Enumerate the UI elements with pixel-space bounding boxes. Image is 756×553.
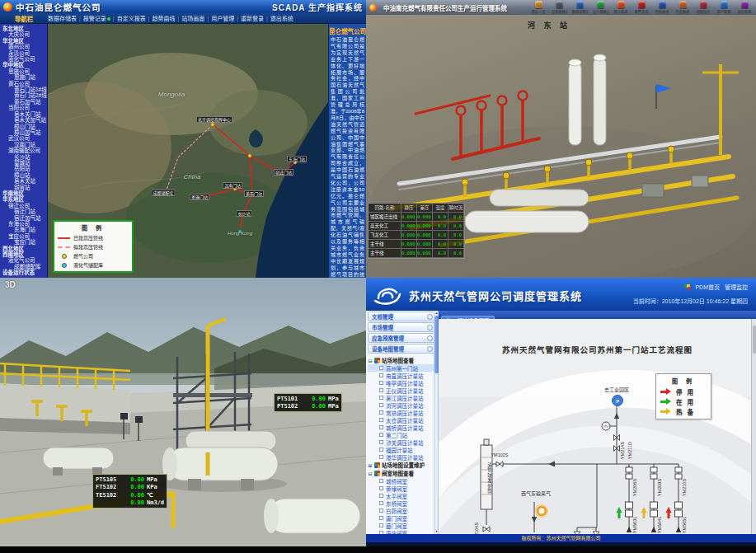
menu-item[interactable]: 报警记录	[83, 14, 110, 22]
toolbar-label: 设备参数设置	[552, 9, 568, 14]
accordion-header[interactable]: 市场管理	[368, 322, 436, 332]
tree-node[interactable]: 皂木关加气站	[0, 117, 47, 123]
tree-node[interactable]: 当阳公司	[0, 105, 47, 110]
table-row[interactable]: 城区搬迁出线0.0000.0000.00.0	[369, 213, 464, 222]
toolbar-button[interactable]: 历史数据	[674, 1, 693, 14]
tree-node[interactable]: 皂木关站	[0, 178, 47, 184]
checkbox[interactable]	[379, 410, 383, 415]
tree-node[interactable]: 恩施门站	[0, 74, 47, 80]
menu-item[interactable]: 退出系统	[270, 14, 293, 22]
menu-item[interactable]: 用户管理	[211, 14, 234, 22]
monitor-link[interactable]: 管理监控	[725, 283, 748, 291]
video-monitor-icon	[700, 1, 707, 8]
expander-icon[interactable]: ⊟	[368, 471, 373, 476]
toolbar-button[interactable]: 场站一览	[529, 1, 548, 14]
tl-station-tree[interactable]: 东北地区大庆公司华北地区霸州公司永清公司液化气公司华中地区恩施公司恩施门站黄石公…	[0, 24, 48, 278]
menu-item[interactable]: 数据存储表	[48, 14, 77, 22]
checkbox[interactable]	[379, 455, 383, 459]
checkbox[interactable]	[379, 403, 383, 407]
tree-node[interactable]: 武汉公司	[0, 135, 47, 141]
checkbox[interactable]	[379, 366, 383, 370]
menu-item[interactable]: 自定义报表	[117, 14, 146, 22]
checkbox[interactable]	[379, 440, 383, 444]
accordion-header[interactable]: 文档管理	[368, 312, 436, 321]
toolbar-button[interactable]: 用户管理	[715, 1, 734, 14]
checkbox[interactable]	[379, 501, 383, 505]
toolbar-button[interactable]: 运行参数设置	[591, 1, 610, 14]
map-label: 成都储配库	[151, 190, 175, 196]
tree-node[interactable]: 霸州公司	[0, 44, 47, 49]
checkbox[interactable]	[379, 479, 383, 483]
tree-node[interactable]: 汉南门站	[0, 142, 47, 148]
checkbox[interactable]	[379, 396, 383, 400]
tree-node[interactable]: 黄石公司	[0, 81, 47, 87]
map-label: 黄石门站	[244, 190, 264, 197]
process-diagram-area[interactable]: P PV	[439, 319, 756, 534]
menu-item[interactable]: 站场画面	[181, 14, 204, 22]
accordion-header[interactable]: 设备地图管理	[368, 344, 436, 354]
tree-node[interactable]: 东海门站	[0, 227, 47, 232]
checkbox[interactable]	[379, 425, 383, 429]
toolbar-button[interactable]: 退出系统	[735, 1, 754, 14]
tree-node[interactable]: 西北地区	[0, 246, 47, 251]
tree-node[interactable]: 华北地区	[0, 38, 47, 44]
yard-3d-scene[interactable]	[0, 278, 366, 547]
checkbox[interactable]	[379, 388, 383, 392]
toolbar-button[interactable]: 趋势曲线	[653, 1, 672, 14]
tree-node[interactable]: 湖南输配公司	[0, 148, 47, 153]
checkbox[interactable]	[379, 381, 383, 385]
tree-node[interactable]: 永清公司	[0, 50, 47, 56]
checkbox[interactable]	[379, 523, 383, 527]
table-row[interactable]: 蓝天化工0.0000.0000.00.0	[369, 222, 464, 231]
checkbox[interactable]	[379, 516, 383, 520]
checkbox[interactable]	[379, 373, 383, 377]
row-name: 城区搬迁出线	[369, 213, 401, 222]
checkbox[interactable]	[379, 486, 383, 490]
checkbox[interactable]	[379, 418, 383, 422]
accordion-header[interactable]: 应急预案管理	[368, 333, 436, 343]
tree-node[interactable]: 宿迁加气站	[0, 215, 47, 221]
br-tree: ⊟站场地图查看苏州第一门站甪直调压计量站唯亭调压计量站正仪调压计量站吴江调压计量…	[366, 356, 434, 534]
menu-item[interactable]: 重新登录	[241, 14, 264, 22]
table-row[interactable]: 主干线0.0000.0000.00.0	[369, 240, 464, 249]
tree-item[interactable]: 港华调压计量站	[368, 453, 434, 461]
gauge-value: 0.00	[307, 396, 328, 402]
expander-icon[interactable]: ⊟	[368, 358, 373, 363]
home-link[interactable]: PDM首页	[695, 283, 720, 291]
tree-node[interactable]: 宿迁门站	[0, 209, 47, 214]
tree-node[interactable]: 长沙站	[0, 154, 47, 160]
checkbox[interactable]	[379, 494, 383, 498]
tree-node[interactable]: 华中地区	[0, 62, 47, 68]
expander-icon[interactable]: ⊞	[368, 462, 373, 468]
map-panel[interactable]: MongoliaChinaHong Kong北京调度指挥中心东海门站宿迁门站黄石…	[48, 24, 328, 278]
tree-node[interactable]: 设备运行状态	[0, 269, 47, 275]
tree-root[interactable]: ⊟阀室地图查看	[368, 469, 434, 477]
tree-node[interactable]: 液化气公司	[0, 257, 47, 263]
menu-separator: |	[177, 16, 179, 21]
tree-node[interactable]: 铜官站	[0, 185, 47, 190]
tree-node[interactable]: 华东地区	[0, 196, 47, 202]
checkbox[interactable]	[379, 508, 383, 513]
tree-node[interactable]: 黄石门站2#线	[0, 92, 47, 98]
scrollbar-thumb[interactable]	[753, 326, 756, 354]
menu-item[interactable]: 趋势曲线	[152, 14, 175, 22]
toolbar-button[interactable]: 报警查询	[632, 1, 651, 14]
tree-node[interactable]: 皂木关门站	[0, 111, 47, 117]
table-row[interactable]: 主干线0.0000.0000.00.0	[369, 249, 464, 258]
tree-node[interactable]: 大庆公司	[0, 31, 47, 37]
tree-node[interactable]: 樟山门站	[0, 124, 47, 129]
tree-root[interactable]: ⊟站场地图查看	[368, 356, 434, 364]
toolbar-button[interactable]: 统计报表	[612, 1, 631, 14]
toolbar-button[interactable]: 视频监控	[694, 1, 713, 14]
toolbar-button[interactable]: 设备参数设置	[550, 1, 569, 14]
toolbar-button[interactable]: 数据采集监控	[571, 1, 589, 14]
sidebar-scrollbar[interactable]: ▲ ▼	[434, 311, 438, 534]
checkbox[interactable]	[379, 433, 383, 437]
checkbox[interactable]	[379, 448, 383, 452]
tree-root[interactable]: ⊞站场地图设置维护	[368, 461, 434, 469]
system-title: 苏州天然气管网公司调度管理系统	[409, 288, 582, 303]
table-row[interactable]: 飞龙化工0.0000.0000.00.0	[369, 231, 464, 240]
tree-node[interactable]: 岳阳站	[0, 166, 47, 171]
diagram-scrollbar[interactable]	[751, 319, 756, 534]
tree-node[interactable]: 宝应门站	[0, 239, 47, 245]
